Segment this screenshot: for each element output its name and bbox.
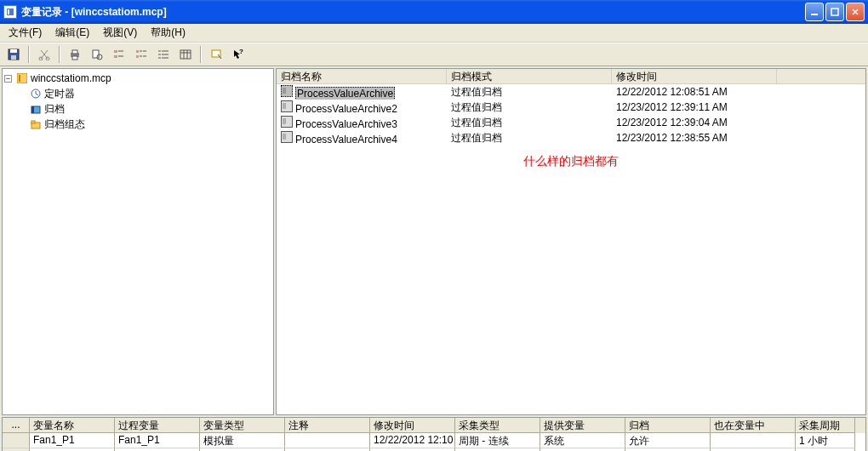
tree-timer[interactable]: 定时器: [4, 86, 271, 101]
svg-rect-25: [31, 106, 34, 113]
svg-rect-18: [180, 50, 191, 59]
nav-tree[interactable]: − winccstatiom.mcp 定时器 归档 归档组态: [2, 68, 274, 415]
app-icon: [3, 5, 17, 19]
svg-rect-1: [8, 9, 9, 14]
titlebar[interactable]: 变量记录 - [winccstatiom.mcp]: [0, 0, 868, 24]
tag-grid-header: ... 变量名称 过程变量 变量类型 注释 修改时间 采集类型 提供变量 归档 …: [3, 418, 865, 433]
menu-view[interactable]: 视图(V): [98, 24, 142, 42]
tree-root[interactable]: − winccstatiom.mcp: [4, 71, 271, 86]
svg-rect-10: [72, 50, 77, 54]
col-acq-type[interactable]: 采集类型: [455, 418, 540, 433]
maximize-button[interactable]: [825, 3, 844, 21]
close-button[interactable]: [846, 3, 865, 21]
archive-list[interactable]: 归档名称 归档模式 修改时间 ProcessValueArchive过程值归档1…: [276, 68, 866, 415]
print-preview-icon[interactable]: [87, 45, 107, 64]
col-archive-modified[interactable]: 修改时间: [612, 69, 777, 83]
svg-rect-5: [10, 49, 17, 53]
view2-icon[interactable]: [131, 45, 151, 64]
archive-item-icon: [281, 100, 293, 112]
toolbar: ?: [0, 43, 868, 66]
tag-grid[interactable]: ... 变量名称 过程变量 变量类型 注释 修改时间 采集类型 提供变量 归档 …: [2, 417, 866, 451]
svg-rect-3: [831, 9, 838, 15]
svg-rect-2: [811, 14, 818, 15]
col-archive-name[interactable]: 归档名称: [277, 69, 447, 83]
svg-rect-15: [114, 55, 117, 58]
tree-archcfg-label: 归档组态: [44, 117, 85, 132]
col-archive[interactable]: 归档: [625, 418, 711, 433]
tree-archcfg[interactable]: 归档组态: [4, 117, 271, 132]
help-pointer-icon[interactable]: ?: [228, 45, 248, 64]
view1-icon[interactable]: [109, 45, 129, 64]
archive-row[interactable]: ProcessValueArchive过程值归档12/22/2012 12:08…: [277, 84, 865, 100]
window-title: 变量记录 - [winccstatiom.mcp]: [21, 5, 167, 20]
folder-icon: [30, 118, 42, 130]
col-supply[interactable]: 提供变量: [540, 418, 625, 433]
svg-rect-6: [11, 55, 16, 60]
clock-icon: [30, 88, 42, 100]
menu-help[interactable]: 帮助(H): [146, 24, 191, 42]
svg-rect-16: [136, 50, 139, 53]
archive-list-header: 归档名称 归档模式 修改时间: [277, 69, 865, 84]
annotation-text: 什么样的归档都有: [277, 146, 865, 178]
svg-rect-14: [114, 50, 117, 53]
svg-rect-22: [19, 75, 20, 82]
cut-icon[interactable]: [34, 45, 54, 64]
view3-icon[interactable]: [153, 45, 174, 64]
print-icon[interactable]: [65, 45, 85, 64]
svg-rect-27: [31, 121, 35, 123]
svg-rect-12: [93, 50, 99, 58]
save-icon[interactable]: [3, 45, 24, 64]
archive-item-icon: [281, 131, 293, 143]
col-tag-name[interactable]: 变量名称: [30, 418, 115, 433]
minimize-button[interactable]: [805, 3, 824, 21]
archive-icon: [30, 103, 42, 115]
col-also-in[interactable]: 也在变量中: [711, 418, 796, 433]
properties-icon[interactable]: [206, 45, 226, 64]
svg-rect-17: [136, 55, 139, 58]
project-icon: [16, 72, 28, 84]
menubar: 文件(F) 编辑(E) 视图(V) 帮助(H): [0, 24, 868, 43]
col-cycle[interactable]: 采集周期: [796, 418, 855, 433]
svg-text:?: ?: [239, 49, 243, 55]
col-modified[interactable]: 修改时间: [370, 418, 455, 433]
menu-edit[interactable]: 编辑(E): [50, 24, 94, 42]
tree-archive-label: 归档: [44, 102, 65, 117]
tree-archive[interactable]: 归档: [4, 101, 271, 117]
tag-row[interactable]: Fan1_P1Fan1_P1模拟量12/22/2012 12:10周期 - 连续…: [3, 433, 865, 448]
tree-timer-label: 定时器: [44, 87, 75, 101]
tree-root-label: winccstatiom.mcp: [31, 72, 111, 84]
svg-rect-11: [72, 56, 77, 60]
col-archive-mode[interactable]: 归档模式: [447, 69, 612, 83]
view4-icon[interactable]: [175, 45, 196, 64]
menu-file[interactable]: 文件(F): [3, 24, 47, 42]
archive-row[interactable]: ProcessValueArchive3过程值归档12/23/2012 12:3…: [277, 115, 865, 130]
archive-row[interactable]: ProcessValueArchive4过程值归档12/23/2012 12:3…: [277, 130, 865, 146]
col-comment[interactable]: 注释: [285, 418, 370, 433]
collapse-icon[interactable]: −: [4, 75, 12, 83]
col-tag-type[interactable]: 变量类型: [200, 418, 285, 433]
col-proc-tag[interactable]: 过程变量: [115, 418, 200, 433]
archive-row[interactable]: ProcessValueArchive2过程值归档12/23/2012 12:3…: [277, 100, 865, 115]
col-rowheader[interactable]: ...: [3, 418, 30, 433]
archive-item-icon: [281, 116, 293, 128]
archive-item-icon: [281, 85, 293, 97]
svg-rect-21: [17, 73, 27, 83]
